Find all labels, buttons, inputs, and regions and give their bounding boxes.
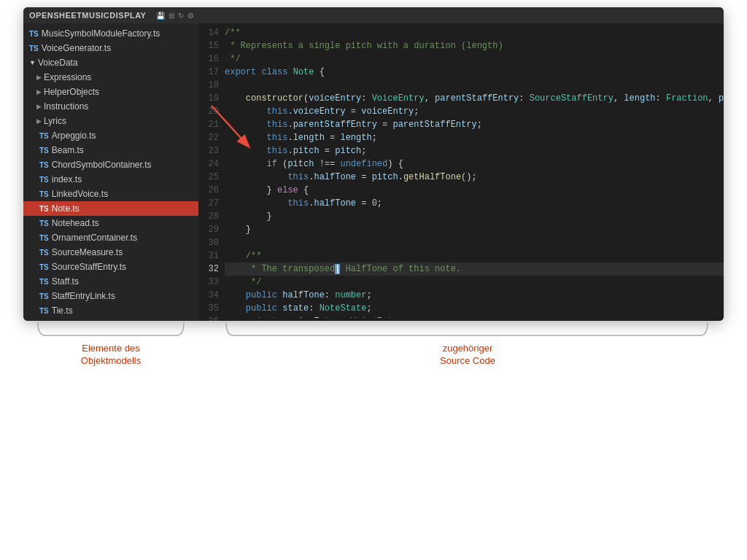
code-line-21: this.parentStaffEntry = parentStaffEntry… [225,118,724,131]
sidebar-item-label: Staff.ts [52,276,79,287]
folder-arrow-icon: ▶ [36,103,42,110]
sidebar-item-notehead[interactable]: TS Notehead.ts [23,216,198,230]
ln-36: 36 [198,315,219,321]
sidebar-item-musicsymbolmodulefactory[interactable]: TS MusicSymbolModuleFactory.ts [23,26,198,41]
code-line-22: this.length = length; [225,131,724,144]
ln-25: 25 [198,171,219,184]
sidebar-item-staff[interactable]: TS Staff.ts [23,274,198,289]
ln-29: 29 [198,223,219,236]
sidebar-item-label: OrnamentContainer.ts [52,233,137,243]
code-line-29: } [225,223,724,236]
ln-26: 26 [198,184,219,197]
sidebar-item-lyrics[interactable]: ▶ Lyrics [23,114,198,128]
ln-28: 28 [198,210,219,223]
file-explorer[interactable]: TS MusicSymbolModuleFactory.ts TS VoiceG… [23,23,198,321]
title-bar-icons: 💾 ⊞ ↻ ⚙ [156,12,194,20]
ln-35: 35 [198,302,219,315]
sidebar-item-sourcemeasure[interactable]: TS SourceMeasure.ts [23,245,198,260]
ts-badge: TS [39,234,49,242]
ts-badge: TS [39,190,49,198]
ln-21: 21 [198,118,219,131]
sidebar-item-ornamentcontainer[interactable]: TS OrnamentContainer.ts [23,230,198,245]
code-line-14: /** [225,26,724,39]
code-line-26: } else { [225,184,724,197]
sidebar-item-arpeggio[interactable]: TS Arpeggio.ts [23,128,198,143]
folder-arrow-icon: ▼ [29,59,36,66]
code-line-15: * Represents a single pitch with a durat… [225,39,724,52]
right-bracket-label: zugehöriger Source Code [219,321,716,368]
sidebar-item-label: index.ts [52,174,82,184]
sidebar-item-label: Note.ts [52,203,80,214]
ln-27: 27 [198,197,219,210]
split-icon[interactable]: ⊞ [169,12,174,20]
code-editor[interactable]: 14 15 16 17 18 19 20 21 22 23 24 25 26 2… [198,23,724,321]
save-icon[interactable]: 💾 [156,12,165,20]
left-bracket-label: Elemente des Objektmodells [31,321,191,368]
ln-30: 30 [198,236,219,249]
code-line-36: private voiceEntry: VoiceEntry; [225,315,724,318]
sidebar-item-label: SourceStaffEntry.ts [52,262,126,272]
code-line-17: export class Note { [225,66,724,79]
sidebar-item-expressions[interactable]: ▶ Expressions [23,70,198,85]
refresh-icon[interactable]: ↻ [178,12,184,20]
sidebar-item-index[interactable]: TS index.ts [23,172,198,187]
code-line-23: this.pitch = pitch; [225,144,724,158]
sidebar-item-voicedata[interactable]: ▼ VoiceData [23,55,198,70]
code-lines: 14 15 16 17 18 19 20 21 22 23 24 25 26 2… [198,23,724,321]
sidebar-item-label: VoiceData [38,58,78,68]
ts-badge: TS [39,278,49,286]
code-line-25: this.halfTone = pitch.getHalfTone(); [225,171,724,184]
code-line-34: public halfTone: number; [225,289,724,302]
ide-body: TS MusicSymbolModuleFactory.ts TS VoiceG… [23,23,724,321]
ts-badge: TS [39,219,49,228]
settings-icon[interactable]: ⚙ [187,12,194,20]
sidebar-item-label: Beam.ts [52,145,84,155]
code-line-30 [225,236,724,249]
labels-area: Elemente des Objektmodells zugehöriger S… [23,321,724,379]
ln-33: 33 [198,276,219,289]
sidebar-item-chordsymbolcontainer[interactable]: TS ChordSymbolContainer.ts [23,158,198,172]
ln-19: 19 [198,92,219,105]
sidebar-item-note[interactable]: TS Note.ts [23,201,198,216]
sidebar-item-sourcestaffentry[interactable]: TS SourceStaffEntry.ts [23,260,198,274]
sidebar-item-label: LinkedVoice.ts [52,189,108,199]
sidebar-item-label: Arpeggio.ts [52,131,96,141]
ln-32: 32 [198,262,219,276]
ts-badge: TS [29,44,39,52]
code-line-33: */ [225,276,724,289]
sidebar-item-label: Notehead.ts [52,218,99,228]
right-label-text: zugehöriger Source Code [219,343,716,368]
code-line-32: * The transposed| HalfTone of this note. [225,262,724,276]
screenshot-container: OPENSHEETMUSICDISPLAY 💾 ⊞ ↻ ⚙ TS MusicSy… [0,0,747,560]
window-title: OPENSHEETMUSICDISPLAY [29,11,146,20]
sidebar-item-instructions[interactable]: ▶ Instructions [23,99,198,114]
ts-badge: TS [39,249,49,257]
code-line-24: if (pitch !== undefined) { [225,158,724,171]
sidebar-item-beam[interactable]: TS Beam.ts [23,143,198,158]
sidebar-item-tie[interactable]: TS Tie.ts [23,303,198,318]
left-label-text: Elemente des Objektmodells [31,343,191,368]
ln-23: 23 [198,144,219,158]
ide-window: OPENSHEETMUSICDISPLAY 💾 ⊞ ↻ ⚙ TS MusicSy… [23,7,724,321]
line-numbers: 14 15 16 17 18 19 20 21 22 23 24 25 26 2… [198,26,225,318]
ln-18: 18 [198,79,219,92]
sidebar-item-label: Lyrics [44,116,66,126]
code-line-31: /** [225,249,724,262]
ts-badge: TS [39,161,49,169]
code-line-19: constructor(voiceEntry: VoiceEntry, pare… [225,92,724,105]
ts-badge: TS [39,263,49,271]
sidebar-item-linkedvoice[interactable]: TS LinkedVoice.ts [23,187,198,201]
ln-17: 17 [198,66,219,79]
folder-arrow-icon: ▶ [36,117,42,125]
folder-arrow-icon: ▶ [36,88,42,96]
right-bracket-svg [219,321,716,337]
ln-34: 34 [198,289,219,302]
sidebar-item-label: ChordSymbolContainer.ts [52,160,152,170]
code-line-35: public state: NoteState; [225,302,724,315]
left-bracket-svg [31,321,191,337]
sidebar-item-label: SourceMeasure.ts [52,247,123,257]
sidebar-item-staffentrylink[interactable]: TS StaffEntryLink.ts [23,289,198,303]
sidebar-item-helperobjects[interactable]: ▶ HelperObjects [23,85,198,99]
code-content[interactable]: /** * Represents a single pitch with a d… [225,26,724,318]
sidebar-item-voicegenerator[interactable]: TS VoiceGenerator.ts [23,41,198,55]
